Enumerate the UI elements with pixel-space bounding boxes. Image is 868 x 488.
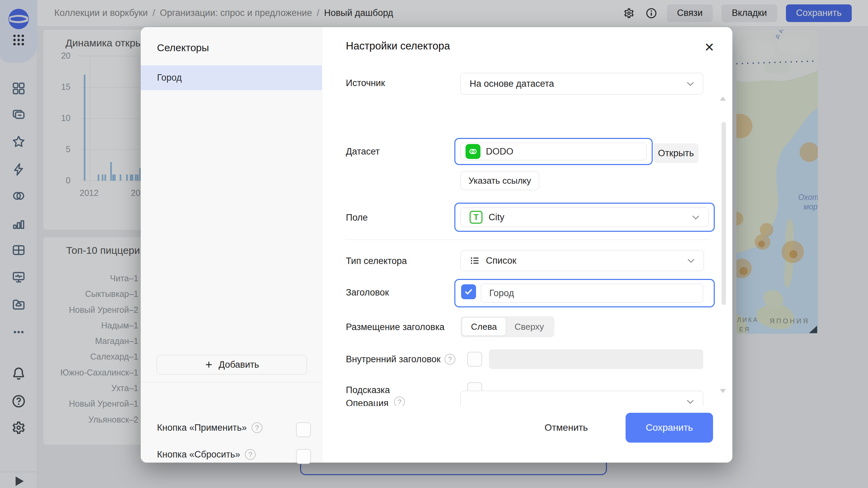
selector-type-value: Список	[486, 256, 516, 266]
save-selector-button[interactable]: Сохранить	[626, 413, 713, 443]
reset-button-row: Кнопка «Сбросить» ?	[157, 449, 256, 460]
operation-select[interactable]	[460, 391, 703, 406]
selector-type-select[interactable]: Список	[460, 250, 704, 271]
field-value: City	[489, 212, 505, 223]
title-checkbox[interactable]	[461, 284, 476, 299]
open-dataset-button[interactable]: Открыть	[653, 143, 698, 163]
selector-list-item-gorod[interactable]: Город	[141, 65, 322, 90]
string-field-type-icon: T	[470, 211, 482, 224]
chevron-down-icon	[687, 259, 695, 263]
dataset-name: DODO	[486, 146, 513, 157]
check-icon	[464, 287, 473, 297]
settings-panel: Настройки селектора ✕ Источник На основе…	[322, 27, 732, 463]
scroll-down-arrow[interactable]	[720, 389, 726, 393]
settings-scroll-area: Источник На основе датасета Датасет DODO…	[322, 61, 732, 406]
placement-option-top[interactable]: Сверху	[506, 318, 553, 336]
selectors-panel-title: Селекторы	[157, 42, 209, 54]
placement-label: Размещение заголовка	[346, 322, 445, 332]
dataset-label: Датасет	[346, 146, 380, 157]
chevron-down-icon	[687, 82, 694, 86]
source-value: На основе датасета	[470, 79, 554, 89]
placement-option-left[interactable]: Слева	[462, 318, 506, 336]
title-label: Заголовок	[346, 287, 389, 298]
source-label: Источник	[346, 78, 385, 88]
apply-button-row: Кнопка «Применить» ?	[157, 422, 262, 433]
title-value: Город	[489, 288, 514, 299]
source-select[interactable]: На основе датасета	[460, 73, 703, 95]
cancel-button[interactable]: Отменить	[539, 417, 593, 439]
settings-divider	[346, 240, 710, 240]
dialog-title: Настройки селектора	[346, 40, 450, 52]
selector-type-label: Тип селектора	[346, 256, 407, 266]
dataset-input[interactable]: DODO	[460, 143, 647, 160]
apply-help-icon[interactable]: ?	[252, 422, 262, 433]
apply-button-checkbox[interactable]	[296, 422, 311, 437]
chevron-down-icon	[687, 400, 694, 404]
inner-title-help-icon[interactable]: ?	[445, 354, 455, 365]
inner-title-label: Внутренний заголовок ?	[346, 354, 455, 365]
inner-title-input-disabled	[489, 349, 703, 369]
list-icon	[470, 256, 480, 266]
operation-help-row: ?	[346, 396, 405, 406]
scroll-up-arrow[interactable]	[720, 97, 726, 101]
inner-title-label-text: Внутренний заголовок	[346, 354, 440, 365]
selectors-panel: Селекторы Город Добавить Кнопка «Примени…	[141, 27, 322, 463]
reset-button-checkbox[interactable]	[296, 449, 311, 464]
inner-title-checkbox[interactable]	[467, 352, 482, 367]
add-selector-button[interactable]: Добавить	[157, 355, 307, 374]
apply-button-label: Кнопка «Применить»	[157, 423, 247, 433]
reset-button-label: Кнопка «Сбросить»	[157, 449, 240, 460]
chevron-down-icon	[692, 215, 699, 220]
reset-help-icon[interactable]: ?	[245, 449, 256, 460]
selector-item-label: Город	[157, 73, 182, 83]
screen: Коллекции и воркбуки / Организации: спро…	[0, 0, 868, 488]
close-icon[interactable]: ✕	[701, 39, 717, 56]
field-select[interactable]: T City	[460, 207, 709, 227]
title-input[interactable]: Город	[481, 284, 703, 303]
hint-label: Подсказка	[346, 385, 390, 395]
operation-help-icon[interactable]: ?	[394, 396, 405, 406]
dataset-icon	[466, 144, 480, 159]
plus-icon	[204, 360, 213, 369]
left-panel-divider	[141, 382, 322, 382]
specify-link-button[interactable]: Указать ссылку	[460, 171, 539, 190]
scrollbar-thumb[interactable]	[722, 122, 726, 305]
field-label: Поле	[346, 212, 368, 223]
selector-settings-dialog: Селекторы Город Добавить Кнопка «Примени…	[141, 27, 732, 463]
add-selector-label: Добавить	[219, 360, 259, 370]
placement-segmented-control: Слева Сверху	[460, 316, 554, 337]
